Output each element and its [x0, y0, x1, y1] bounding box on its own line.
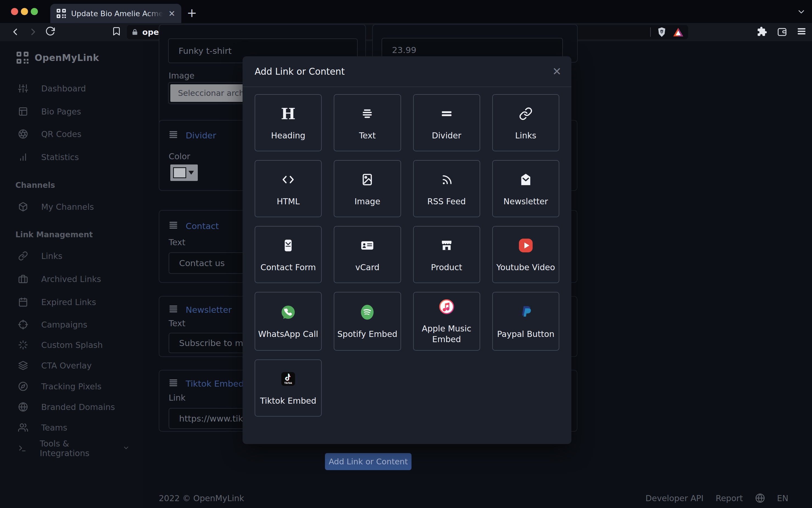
report-link[interactable]: Report [716, 494, 743, 503]
package-icon [18, 202, 28, 212]
sidebar-item-links[interactable]: Links [0, 245, 143, 267]
drag-handle-icon[interactable] [169, 379, 178, 387]
aperture-icon [18, 129, 28, 139]
block-title: Contact [186, 221, 219, 231]
sidebar-item-statistics[interactable]: Statistics [0, 146, 143, 168]
color-picker[interactable] [170, 165, 198, 181]
modal-header: Add Link or Content ✕ [243, 56, 571, 87]
logo-qr-icon [15, 50, 30, 65]
drag-handle-icon[interactable] [169, 305, 178, 313]
tile-tiktok-embed[interactable]: TikTok Tiktok Embed [255, 359, 322, 417]
color-swatch [173, 167, 186, 178]
youtube-icon [518, 237, 533, 254]
tile-contact-form[interactable]: Contact Form [255, 226, 322, 283]
language-globe-icon[interactable] [755, 493, 765, 503]
tab-favicon-qr-icon [56, 8, 67, 19]
modal-close-icon[interactable]: ✕ [552, 66, 562, 77]
tab-close-icon[interactable]: ✕ [168, 9, 175, 18]
reload-button[interactable] [45, 26, 55, 38]
tile-heading[interactable]: H Heading [255, 94, 322, 151]
globe-icon [18, 402, 28, 412]
sidebar-item-archived-links[interactable]: Archived Links [0, 268, 143, 290]
crosshair-icon [18, 320, 28, 330]
layers-icon [18, 361, 28, 371]
paypal-icon [518, 303, 533, 321]
tile-vcard[interactable]: vCard [334, 226, 401, 283]
layout-icon [18, 107, 28, 117]
add-link-or-content-button[interactable]: Add Link or Content [325, 453, 411, 470]
developer-api-link[interactable]: Developer API [646, 494, 703, 503]
browser-window: Update Bio Amelie Acme - Mark ✕ + openmy… [0, 0, 812, 508]
tile-whatsapp-call[interactable]: WhatsApp Call [255, 292, 322, 351]
tiktok-icon: TikTok [280, 370, 296, 388]
sidebar-item-qr-codes[interactable]: QR Codes [0, 123, 143, 145]
sidebar-item-my-channels[interactable]: My Channels [0, 196, 143, 218]
tile-rss-feed[interactable]: RSS Feed [413, 160, 480, 217]
sidebar-section-channels: Channels [15, 181, 55, 190]
sidebar-item-bio-pages[interactable]: Bio Pages [0, 100, 143, 123]
new-tab-button[interactable]: + [187, 6, 197, 20]
copyright-text: 2022 © OpenMyLink [159, 494, 244, 503]
block-title: Divider [186, 130, 216, 140]
link-label: Link [169, 393, 186, 403]
sidebar-item-custom-splash[interactable]: Custom Splash [0, 334, 143, 356]
content-type-grid: H Heading Text Divider Links [243, 87, 571, 428]
wallet-icon[interactable] [777, 26, 787, 38]
close-window-button[interactable] [11, 8, 18, 15]
tab-search-chevron-icon[interactable] [797, 7, 806, 17]
tile-text[interactable]: Text [334, 94, 401, 151]
drag-handle-icon[interactable] [169, 221, 178, 230]
tile-apple-music-embed[interactable]: Apple Music Embed [413, 292, 480, 351]
tile-html[interactable]: HTML [255, 160, 322, 217]
tile-paypal-button[interactable]: Paypal Button [492, 292, 559, 351]
browser-tab[interactable]: Update Bio Amelie Acme - Mark ✕ [50, 4, 181, 23]
sidebar-item-tools-integrations[interactable]: Tools & Integrations [0, 437, 143, 459]
tile-image[interactable]: Image [334, 160, 401, 217]
vcard-icon [360, 237, 375, 254]
brave-shield-icon[interactable] [657, 27, 667, 38]
menu-hamburger-icon[interactable] [797, 26, 807, 37]
sidebar-section-link-management: Link Management [15, 230, 93, 239]
bat-rewards-icon[interactable] [673, 27, 684, 37]
heading-icon: H [281, 105, 295, 123]
language-selector[interactable]: EN [777, 494, 788, 503]
chain-link-icon [519, 105, 533, 123]
sliders-icon [18, 83, 28, 93]
image-icon [360, 171, 374, 188]
logo-text: OpenMyLink [35, 52, 99, 63]
svg-text:TikTok: TikTok [284, 382, 292, 384]
calendar-icon [18, 297, 28, 307]
storefront-icon [439, 237, 454, 254]
tile-spotify-embed[interactable]: Spotify Embed [334, 292, 401, 351]
tile-newsletter[interactable]: Newsletter [492, 160, 559, 217]
apple-music-icon [439, 298, 454, 315]
back-button[interactable] [10, 26, 21, 38]
page-footer: 2022 © OpenMyLink Developer API Report E… [143, 488, 812, 508]
tile-product[interactable]: Product [413, 226, 480, 283]
app-logo[interactable]: OpenMyLink [15, 50, 99, 65]
extensions-puzzle-icon[interactable] [757, 26, 767, 38]
sidebar-item-expired-links[interactable]: Expired Links [0, 291, 143, 313]
newsletter-mail-icon [518, 171, 533, 188]
sidebar-item-campaigns[interactable]: Campaigns [0, 313, 143, 336]
contact-form-icon [281, 237, 295, 254]
tile-divider[interactable]: Divider [413, 94, 480, 151]
text-label: Text [169, 238, 186, 247]
sidebar-item-tracking-pixels[interactable]: Tracking Pixels [0, 375, 143, 397]
sidebar-item-cta-overlay[interactable]: CTA Overlay [0, 354, 143, 377]
tile-youtube-video[interactable]: Youtube Video [492, 226, 559, 283]
maximize-window-button[interactable] [31, 8, 38, 15]
sidebar-item-branded-domains[interactable]: Branded Domains [0, 396, 143, 418]
tile-links[interactable]: Links [492, 94, 559, 151]
forward-button[interactable] [28, 26, 38, 38]
sidebar-item-teams[interactable]: Teams [0, 417, 143, 438]
bookmark-icon[interactable] [112, 26, 121, 37]
briefcase-icon [18, 274, 28, 284]
modal-title: Add Link or Content [255, 66, 345, 77]
drag-handle-icon[interactable] [169, 130, 178, 139]
text-label: Text [169, 319, 186, 328]
sidebar-item-dashboard[interactable]: Dashboard [0, 77, 143, 99]
spotify-icon [360, 303, 375, 321]
minimize-window-button[interactable] [21, 8, 28, 15]
image-label: Image [169, 71, 195, 80]
